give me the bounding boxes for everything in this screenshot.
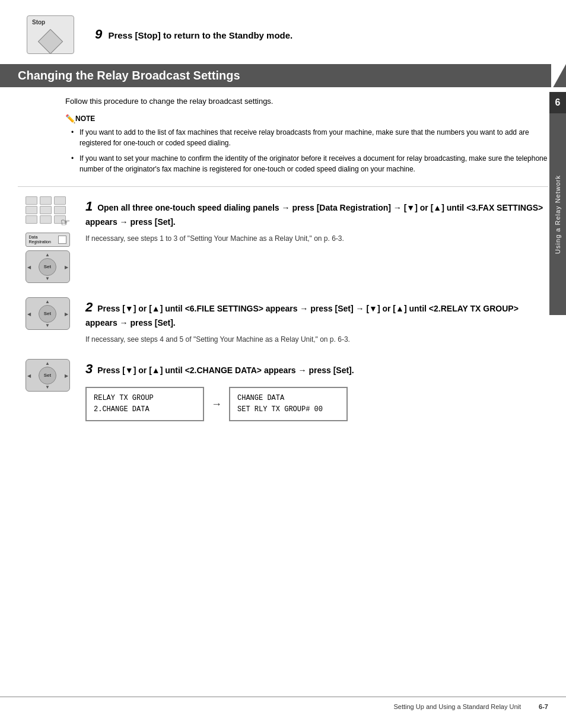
lcd-right: CHANGE DATA SET RLY TX GROUP# 00	[229, 387, 348, 421]
note-bullets: If you want to add to the list of fax ma…	[65, 127, 548, 174]
step3-content: 3 Press [▼] or [▲] until <2.CHANGE DATA>…	[77, 359, 548, 421]
panel-cell	[26, 196, 37, 205]
step2-number: 2	[85, 300, 93, 314]
lcd-left-line1: RELAY TX GROUP	[94, 393, 196, 404]
page-footer: Setting Up and Using a Standard Relay Un…	[0, 697, 566, 716]
sidebar-label-text: Using a Relay Network	[554, 175, 561, 254]
intro-paragraph: Follow this procedure to change the rela…	[65, 97, 273, 106]
lcd-right-line2: SET RLY TX GROUP# 00	[237, 404, 339, 415]
page-container: Stop 9 Press [Stop] to return to the Sta…	[0, 0, 566, 728]
note-bullet-1: If you want to add to the list of fax ma…	[71, 127, 548, 148]
section-divider	[18, 186, 548, 187]
panel-cell	[40, 215, 52, 224]
step3-number: 3	[85, 361, 93, 376]
note-bullet-2-text: If you want to set your machine to confi…	[80, 154, 547, 173]
stop-label: Stop	[32, 19, 45, 26]
lcd-display-row: RELAY TX GROUP 2.CHANGE DATA → CHANGE DA…	[85, 387, 548, 421]
note-bullet-1-text: If you want to add to the list of fax ma…	[80, 128, 529, 147]
nav-button-step3: Set ▲ ▼ ◀ ▶	[26, 359, 70, 392]
footer-description: Setting Up and Using a Standard Relay Un…	[393, 703, 521, 710]
nav-down-3: ▼	[45, 384, 50, 390]
step1-heading: 1 Open all three one-touch speed dialing…	[85, 196, 548, 228]
step9-text: 9 Press [Stop] to return to the Standby …	[95, 27, 292, 42]
nav-right-3: ▶	[65, 373, 68, 378]
lcd-left-line2: 2.CHANGE DATA	[94, 404, 196, 415]
data-registration-button: DataRegistration	[26, 233, 70, 247]
footer-page-number: 6-7	[539, 703, 548, 710]
chapter-number: 6	[555, 97, 561, 108]
step1-icons: ☞ DataRegistration Set ▲ ▼ ◀ ▶	[18, 196, 77, 283]
nav-down-2: ▼	[45, 323, 50, 328]
step9-description: Press [Stop] to return to the Standby mo…	[108, 30, 292, 40]
nav-arrows: ▲ ▼ ◀ ▶	[26, 251, 69, 282]
main-content: Follow this procedure to change the rela…	[0, 97, 566, 421]
data-reg-square	[58, 236, 66, 244]
note-bullet-2: If you want to set your machine to confi…	[71, 153, 548, 174]
lcd-left: RELAY TX GROUP 2.CHANGE DATA	[85, 387, 204, 421]
step1-number: 1	[85, 199, 93, 214]
step3-row: Set ▲ ▼ ◀ ▶ 3 Press [▼] or [▲] until <2.…	[18, 359, 548, 421]
note-label: NOTE	[75, 115, 95, 123]
nav-up-2: ▲	[45, 299, 50, 304]
pencil-icon: ✏️	[65, 114, 75, 123]
step3-heading-text: Press [▼] or [▲] until <2.CHANGE DATA> a…	[97, 365, 354, 375]
step1-row: ☞ DataRegistration Set ▲ ▼ ◀ ▶	[18, 196, 548, 283]
step3-heading: 3 Press [▼] or [▲] until <2.CHANGE DATA>…	[85, 359, 548, 379]
step2-heading-text: Press [▼] or [▲] until <6.FILE SETTINGS>…	[85, 304, 519, 328]
nav-right-arrow: ▶	[65, 264, 68, 269]
panel-cell	[54, 196, 66, 205]
stop-button-icon: Stop	[27, 15, 74, 54]
nav-right-2: ▶	[65, 311, 68, 316]
step2-heading: 2 Press [▼] or [▲] until <6.FILE SETTING…	[85, 297, 548, 329]
step1-content: 1 Open all three one-touch speed dialing…	[77, 196, 548, 244]
note-header: ✏️ NOTE	[65, 114, 548, 123]
panel-cell	[26, 206, 37, 214]
data-reg-label: DataRegistration	[29, 235, 51, 245]
lcd-right-line1: CHANGE DATA	[237, 393, 339, 404]
section-title: Changing the Relay Broadcast Settings	[18, 69, 240, 82]
stop-button-wrap: Stop	[18, 11, 83, 58]
step2-subtext: If necessary, see steps 4 and 5 of "Sett…	[85, 334, 548, 345]
nav-left-2: ◀	[27, 311, 31, 316]
nav-button-step1: Set ▲ ▼ ◀ ▶	[26, 250, 70, 283]
panel-cell	[54, 206, 66, 214]
step3-icons: Set ▲ ▼ ◀ ▶	[18, 359, 77, 392]
step2-row: Set ▲ ▼ ◀ ▶ 2 Press [▼] or [▲] until <6.…	[18, 297, 548, 345]
sidebar-label-box: Using a Relay Network	[549, 113, 566, 315]
step1-subtext: If necessary, see steps 1 to 3 of "Setti…	[85, 233, 548, 244]
nav-left-3: ◀	[27, 373, 31, 378]
step2-content: 2 Press [▼] or [▲] until <6.FILE SETTING…	[77, 297, 548, 345]
nav-arrows-2: ▲ ▼ ◀ ▶	[26, 298, 69, 329]
nav-up-arrow: ▲	[45, 252, 50, 257]
hand-cursor-icon: ☞	[61, 216, 70, 229]
stop-diamond-shape	[38, 29, 63, 54]
step2-icons: Set ▲ ▼ ◀ ▶	[18, 297, 77, 330]
chapter-number-box: 6	[549, 92, 566, 113]
nav-up-3: ▲	[45, 361, 50, 366]
nav-down-arrow: ▼	[45, 276, 50, 281]
nav-arrows-3: ▲ ▼ ◀ ▶	[26, 360, 69, 391]
panel-cell	[40, 196, 52, 205]
step9-number: 9	[95, 27, 102, 42]
step9-section: Stop 9 Press [Stop] to return to the Sta…	[0, 0, 566, 64]
nav-button-step2: Set ▲ ▼ ◀ ▶	[26, 297, 70, 330]
section-header: Changing the Relay Broadcast Settings	[0, 64, 566, 87]
panel-cell	[40, 206, 52, 214]
step1-heading-text: Open all three one-touch speed dialing p…	[85, 203, 543, 227]
lcd-arrow: →	[211, 398, 222, 411]
nav-left-arrow: ◀	[27, 264, 31, 269]
panel-cell	[26, 215, 37, 224]
note-box: ✏️ NOTE If you want to add to the list o…	[65, 114, 548, 174]
panels-icon: ☞	[26, 196, 70, 229]
intro-text: Follow this procedure to change the rela…	[65, 97, 548, 106]
